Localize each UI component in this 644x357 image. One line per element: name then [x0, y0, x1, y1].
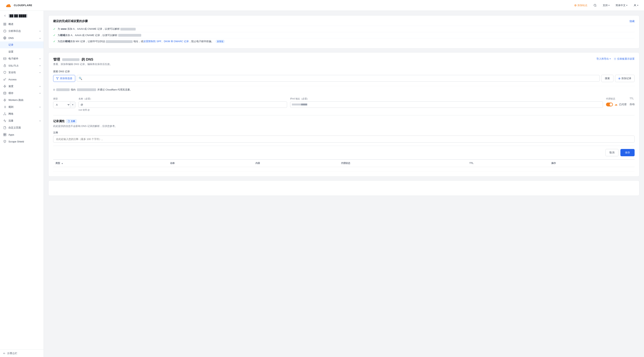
support-button[interactable]: 支持 ▾ [602, 3, 610, 8]
sidebar-item-label: 电子邮件 [8, 57, 18, 60]
ipv4-input[interactable] [290, 101, 603, 108]
table-col-ttl: TTL [467, 160, 549, 167]
add-filter-button[interactable]: 添加筛选器 [53, 75, 75, 82]
scrape-icon [3, 140, 6, 143]
notes-input[interactable] [53, 136, 634, 143]
svg-rect-24 [4, 135, 4, 136]
setup-step-text-3: 为您的根域添加 MX 记录，让邮件可以到达 地址，或设置限制性 SPF、DKIM… [58, 39, 634, 43]
search-input[interactable] [77, 75, 600, 82]
apps-icon [3, 133, 6, 136]
bottom-card [48, 180, 640, 196]
record-attributes-title: 记录属性 文档 [53, 119, 634, 123]
sidebar-item-cache[interactable]: 缓存 ▾ [0, 90, 44, 97]
sidebar-item-scrape-shield[interactable]: Scrape Shield [0, 138, 44, 145]
email-icon [3, 57, 6, 60]
key-icon [3, 78, 6, 81]
sidebar-item-label: SSL/TLS [8, 64, 18, 67]
table-col-name: 名称 [168, 160, 253, 167]
sidebar-item-overview[interactable]: 概述 [0, 21, 44, 28]
save-button[interactable]: 保存 [620, 149, 634, 156]
brand-logo[interactable]: CLOUDFLARE [4, 3, 32, 8]
blurred-info-2 [77, 88, 96, 91]
sidebar-item-label: DNS [8, 37, 14, 39]
sidebar-item-custom-pages[interactable]: 自定义页面 [0, 124, 44, 131]
sidebar-item-apps[interactable]: Apps [0, 131, 44, 138]
sidebar-item-label: Apps [8, 133, 14, 136]
chevron-down-icon: ▾ [40, 30, 40, 32]
sidebar-item-rules[interactable]: 规则 ▾ [0, 103, 44, 110]
dns-card-subtitle: 查看、添加和编辑 DNS 记录。编辑将在保存后生效。 [53, 62, 634, 66]
type-select[interactable]: A AAAA CNAME MX TXT [53, 102, 70, 108]
svg-point-0 [594, 4, 596, 6]
sidebar-item-ssl[interactable]: SSL/TLS ▾ [0, 62, 44, 69]
dns-card-actions: 导入和导出 ▾ 仪表板显示设置 [596, 57, 634, 61]
setup-step-2: ✓ 为根域添加 A、AAAA 或 CNAME 记录，以便可以解析 [53, 32, 634, 38]
svg-marker-27 [56, 77, 58, 79]
cache-icon [3, 91, 6, 95]
type-field: 类型 A AAAA CNAME MX TXT ▾ [53, 97, 76, 108]
blurred-email [106, 40, 132, 43]
sidebar-item-analytics[interactable]: 分析和日志 ▾ [0, 28, 44, 34]
add-record-button[interactable]: ⊕ 添加记录 [615, 75, 634, 82]
svg-rect-22 [4, 133, 4, 134]
sidebar-nav: 概述 分析和日志 ▾ DNS ▴ 记录 [0, 19, 44, 350]
chevron-down-icon: ▾ [40, 58, 40, 60]
sidebar-item-network[interactable]: 网络 [0, 110, 44, 117]
sidebar-item-dns-settings[interactable]: 设置 [0, 48, 44, 55]
user-button[interactable]: ▾ [632, 3, 640, 8]
hide-banner-button[interactable]: 隐藏 [630, 19, 634, 23]
dns-icon [3, 36, 6, 40]
check-icon: ✓ [53, 33, 56, 37]
add-site-button[interactable]: ⊕ 添加站点 [573, 3, 588, 8]
name-input[interactable] [78, 101, 287, 108]
back-icon [4, 14, 6, 17]
sidebar-item-access[interactable]: Access [0, 76, 44, 83]
spf-dkim-link[interactable]: 设置限制性 SPF、DKIM 和 DMARC 记录 [143, 40, 189, 43]
svg-rect-4 [4, 24, 4, 25]
sidebar-item-email[interactable]: 电子邮件 ▾ [0, 55, 44, 62]
table-col-actions: 操作 [549, 160, 634, 167]
chevron-up-icon: ▴ [40, 37, 40, 39]
rules-icon [3, 105, 6, 109]
search-button[interactable]: 搜索 [601, 75, 614, 82]
proxy-toggle[interactable] [606, 103, 613, 106]
shield-icon [3, 71, 6, 74]
search-row: 添加筛选器 🔍 搜索 ⊕ 添加记录 [53, 75, 634, 82]
cloudflare-logo-icon [4, 3, 12, 8]
sidebar-item-dns-records[interactable]: 记录 [0, 41, 44, 48]
plus-icon: ⊕ [618, 77, 620, 80]
chevron-down-icon: ▾ [40, 71, 40, 74]
sidebar-item-dns[interactable]: DNS ▴ [0, 34, 44, 41]
doc-badge[interactable]: 文档 [66, 119, 76, 123]
table-col-type[interactable]: 类型 ▲ [53, 160, 168, 167]
setup-banner-header: 建议的完成区域设置的步骤 隐藏 [53, 19, 634, 23]
dns-card-title: 管理 的 DNS [53, 57, 93, 61]
language-button[interactable]: 简体中文 ▾ [614, 3, 628, 8]
blurred-domain-2 [118, 34, 141, 37]
sidebar-collapse-button[interactable]: 折叠边栏 [0, 350, 44, 357]
gear-icon [614, 57, 616, 60]
sidebar-item-speed[interactable]: 速度 ▾ [0, 83, 44, 90]
workers-icon [3, 98, 6, 102]
lightning-icon [3, 84, 6, 88]
lock-icon [3, 64, 6, 67]
sidebar-item-traffic[interactable]: 流量 ▾ [0, 117, 44, 124]
sidebar-item-workers[interactable]: Workers 路由 [0, 97, 44, 103]
dns-form-grid: 类型 A AAAA CNAME MX TXT ▾ 名称（必需） [53, 97, 634, 111]
back-button[interactable] [3, 14, 7, 18]
proxy-status: ☁ 已代理 [606, 101, 626, 108]
import-export-button[interactable]: 导入和导出 ▾ [596, 57, 610, 61]
collapse-icon [3, 352, 6, 355]
type-label: 类型 [53, 97, 76, 100]
sidebar-item-label: 缓存 [8, 91, 14, 95]
traffic-icon [3, 119, 6, 122]
search-button[interactable] [592, 3, 598, 8]
filter-icon [56, 77, 59, 80]
sidebar-item-security[interactable]: 安全性 ▾ [0, 69, 44, 76]
dashboard-settings-button[interactable]: 仪表板显示设置 [614, 57, 634, 61]
sidebar-item-label: 速度 [8, 84, 14, 88]
sidebar-item-label: Access [8, 78, 16, 81]
dot-indicator [53, 89, 55, 91]
cancel-button[interactable]: 取消 [606, 149, 618, 156]
svg-rect-8 [4, 58, 6, 60]
